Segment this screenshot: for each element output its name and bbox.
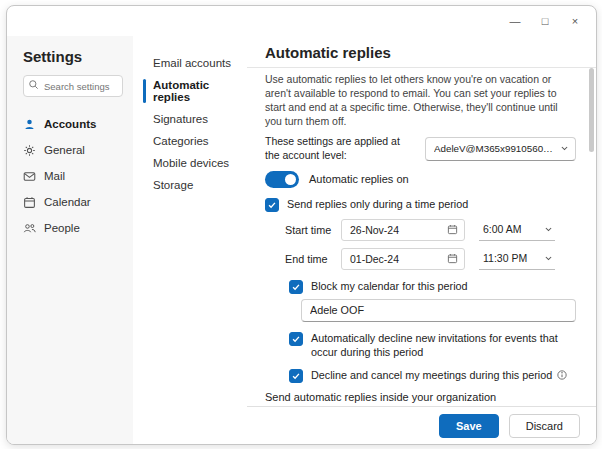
decline-meetings-checkbox-row: Decline and cancel my meetings during th… (289, 368, 576, 383)
start-time-label: Start time (285, 224, 341, 236)
start-time-select[interactable]: 6:00 AM (479, 219, 555, 241)
account-dropdown[interactable]: AdeleV@M365x99105600.OnMicrosoft.com (425, 137, 576, 161)
desktop-background: — □ × Settings (0, 0, 602, 449)
search-box (23, 75, 123, 97)
sidebar-item-label: General (44, 144, 85, 156)
decline-invitations-checkbox[interactable] (289, 332, 303, 346)
info-icon (557, 370, 567, 380)
gear-icon (23, 144, 36, 157)
end-time-label: End time (285, 253, 341, 265)
toggle-knob (285, 174, 296, 185)
start-date-picker[interactable]: 26-Nov-24 (341, 219, 465, 241)
chevron-down-icon (560, 144, 569, 153)
sidebar-item-calendar[interactable]: Calendar (23, 189, 125, 215)
end-time-row: End time 01-Dec-24 11:30 PM (285, 248, 576, 270)
minimize-button[interactable]: — (500, 9, 530, 33)
chevron-down-icon (544, 254, 553, 263)
title-divider (247, 67, 596, 68)
inside-org-label: Send automatic replies inside your organ… (265, 391, 576, 403)
account-level-row: These settings are applied at the accoun… (265, 135, 576, 161)
nav-item-categories[interactable]: Categories (153, 130, 247, 152)
discard-button[interactable]: Discard (509, 414, 580, 438)
time-period-label: Send replies only during a time period (287, 197, 468, 211)
sidebar-item-label: People (44, 222, 80, 234)
nav-item-automatic-replies[interactable]: Automatic replies (153, 74, 247, 108)
panel-content: Automatic replies Use automatic replies … (247, 36, 596, 406)
close-button[interactable]: × (560, 9, 590, 33)
time-period-checkbox[interactable] (265, 198, 279, 212)
block-calendar-label: Block my calendar for this period (311, 279, 468, 293)
nav-item-signatures[interactable]: Signatures (153, 108, 247, 130)
sidebar-item-accounts[interactable]: Accounts (23, 111, 125, 137)
sidebar-item-mail[interactable]: Mail (23, 163, 125, 189)
account-level-label: These settings are applied at the accoun… (265, 135, 415, 161)
people-icon (23, 222, 36, 235)
start-time-value: 6:00 AM (483, 223, 522, 235)
sidebar-list: Accounts General Mail (23, 111, 125, 241)
nav-item-mobile-devices[interactable]: Mobile devices (153, 152, 247, 174)
sidebar-item-label: Mail (44, 170, 65, 182)
calendar-icon (23, 196, 36, 209)
sidebar-item-label: Calendar (44, 196, 91, 208)
end-time-select[interactable]: 11:30 PM (479, 248, 555, 270)
sidebar-item-general[interactable]: General (23, 137, 125, 163)
person-icon (23, 118, 36, 131)
settings-sidebar: Settings Accounts (7, 36, 133, 444)
sidebar-item-label: Accounts (44, 118, 96, 130)
search-icon (28, 79, 39, 90)
decline-invitations-label: Automatically decline new invitations fo… (311, 331, 576, 359)
decline-invitations-checkbox-row: Automatically decline new invitations fo… (289, 331, 576, 359)
automatic-replies-toggle[interactable] (265, 171, 299, 188)
toggle-label: Automatic replies on (309, 173, 409, 185)
block-calendar-checkbox[interactable] (289, 280, 303, 294)
title-bar: — □ × (7, 6, 596, 36)
decline-meetings-checkbox[interactable] (289, 369, 303, 383)
nav-item-email-accounts[interactable]: Email accounts (153, 52, 247, 74)
footer-bar: Save Discard (247, 406, 596, 444)
description-text: Use automatic replies to let others know… (265, 73, 576, 128)
sidebar-item-people[interactable]: People (23, 215, 125, 241)
nav-item-storage[interactable]: Storage (153, 174, 247, 196)
settings-window: — □ × Settings (6, 5, 597, 445)
maximize-button[interactable]: □ (530, 9, 560, 33)
mail-icon (23, 170, 36, 183)
calendar-picker-icon (447, 224, 458, 235)
calendar-picker-icon (447, 253, 458, 264)
automatic-replies-panel: Automatic replies Use automatic replies … (247, 36, 596, 444)
mail-settings-nav: Email accounts Automatic replies Signatu… (133, 36, 247, 444)
event-title-input[interactable] (301, 299, 576, 322)
start-date-value: 26-Nov-24 (350, 224, 399, 236)
automatic-replies-toggle-row: Automatic replies on (265, 171, 576, 188)
end-date-picker[interactable]: 01-Dec-24 (341, 248, 465, 270)
chevron-down-icon (544, 225, 553, 234)
end-time-value: 11:30 PM (483, 252, 527, 264)
end-date-value: 01-Dec-24 (350, 253, 399, 265)
decline-meetings-label: Decline and cancel my meetings during th… (311, 368, 567, 382)
block-calendar-checkbox-row: Block my calendar for this period (289, 279, 576, 294)
settings-heading: Settings (23, 48, 125, 65)
time-period-checkbox-row: Send replies only during a time period (265, 197, 576, 212)
save-button[interactable]: Save (439, 414, 499, 438)
account-dropdown-value: AdeleV@M365x99105600.OnMicrosoft.com (434, 143, 556, 154)
scrollbar-thumb[interactable] (589, 68, 594, 152)
start-time-row: Start time 26-Nov-24 6:00 AM (285, 219, 576, 241)
page-title: Automatic replies (265, 44, 576, 61)
